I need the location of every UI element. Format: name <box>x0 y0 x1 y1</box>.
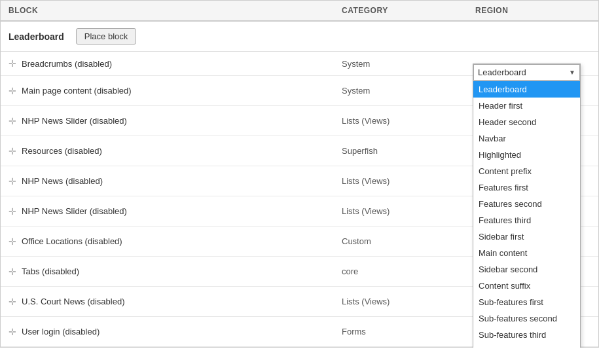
block-cell: ✛Breadcrumbs (disabled) <box>9 58 342 69</box>
table-row: ✛Breadcrumbs (disabled)SystemLeaderboard… <box>1 52 598 76</box>
drag-handle-icon[interactable]: ✛ <box>9 58 16 69</box>
block-column-header: BLOCK <box>9 6 342 15</box>
category-label: Superfish <box>342 146 473 156</box>
region-dropdown-selected: Leaderboard <box>478 67 526 77</box>
dropdown-option[interactable]: Features first <box>473 179 580 196</box>
block-name-label: User login (disabled) <box>22 327 100 337</box>
block-cell: ✛User login (disabled) <box>9 327 342 337</box>
block-name-label: Breadcrumbs (disabled) <box>22 59 112 69</box>
drag-handle-icon[interactable]: ✛ <box>9 146 16 156</box>
category-label: System <box>342 59 473 69</box>
table-header: BLOCK CATEGORY REGION <box>1 1 598 22</box>
leaderboard-label: Leaderboard <box>9 31 64 42</box>
dropdown-option[interactable]: Header first <box>473 98 580 114</box>
category-label: Lists (Views) <box>342 206 473 216</box>
drag-handle-icon[interactable]: ✛ <box>9 86 16 96</box>
dropdown-option[interactable]: Features third <box>473 212 580 228</box>
block-cell: ✛Resources (disabled) <box>9 146 342 156</box>
block-name-label: Office Locations (disabled) <box>22 236 122 246</box>
block-name-label: NHP News Slider (disabled) <box>22 206 127 216</box>
category-label: core <box>342 266 473 276</box>
dropdown-option[interactable]: Sub-features third <box>473 327 580 343</box>
category-label: System <box>342 86 473 96</box>
block-cell: ✛Main page content (disabled) <box>9 86 342 96</box>
dropdown-option[interactable]: Main content <box>473 245 580 261</box>
block-cell: ✛Tabs (disabled) <box>9 266 342 277</box>
dropdown-option[interactable]: Navbar <box>473 130 580 147</box>
block-name-label: Tabs (disabled) <box>22 266 79 276</box>
block-cell: ✛NHP News Slider (disabled) <box>9 116 342 126</box>
dropdown-option[interactable]: Sidebar second <box>473 261 580 278</box>
category-label: Lists (Views) <box>342 116 473 126</box>
drag-handle-icon[interactable]: ✛ <box>9 266 16 277</box>
dropdown-option[interactable]: Features second <box>473 196 580 212</box>
dropdown-option[interactable]: Highlighted <box>473 147 580 163</box>
region-column-header: REGION <box>473 6 590 15</box>
blocks-table: BLOCK CATEGORY REGION Leaderboard Place … <box>0 0 599 348</box>
data-rows-container: ✛Breadcrumbs (disabled)SystemLeaderboard… <box>1 52 598 347</box>
block-name-label: NHP News Slider (disabled) <box>22 116 127 126</box>
dropdown-option[interactable]: Leaderboard <box>473 81 580 98</box>
chevron-down-icon: ▼ <box>569 69 575 76</box>
block-name-label: U.S. Court News (disabled) <box>22 297 125 306</box>
category-label: Lists (Views) <box>342 297 473 306</box>
region-dropdown-header[interactable]: Leaderboard▼ <box>473 64 580 81</box>
place-block-button[interactable]: Place block <box>76 28 136 45</box>
dropdown-option[interactable]: Header second <box>473 114 580 130</box>
block-cell: ✛Office Locations (disabled) <box>9 236 342 247</box>
block-cell: ✛NHP News Slider (disabled) <box>9 206 342 217</box>
category-label: Forms <box>342 327 473 337</box>
drag-handle-icon[interactable]: ✛ <box>9 236 16 247</box>
block-cell: ✛U.S. Court News (disabled) <box>9 297 342 307</box>
category-label: Custom <box>342 236 473 246</box>
dropdown-option[interactable]: Sidebar first <box>473 228 580 245</box>
category-label: Lists (Views) <box>342 176 473 186</box>
category-column-header: CATEGORY <box>342 6 473 15</box>
block-name-label: Main page content (disabled) <box>22 86 132 96</box>
dropdown-option[interactable]: Sub-features second <box>473 310 580 327</box>
dropdown-option[interactable]: Content prefix <box>473 163 580 179</box>
drag-handle-icon[interactable]: ✛ <box>9 176 16 187</box>
block-name-label: Resources (disabled) <box>22 146 102 156</box>
drag-handle-icon[interactable]: ✛ <box>9 297 16 307</box>
drag-handle-icon[interactable]: ✛ <box>9 116 16 126</box>
block-cell: ✛NHP News (disabled) <box>9 176 342 187</box>
leaderboard-section-row: Leaderboard Place block <box>1 22 598 52</box>
dropdown-option[interactable]: Sub-features first <box>473 294 580 310</box>
block-name-label: NHP News (disabled) <box>22 176 103 186</box>
drag-handle-icon[interactable]: ✛ <box>9 206 16 217</box>
region-dropdown-list[interactable]: Leaderboard▼LeaderboardHeader firstHeade… <box>473 64 581 348</box>
drag-handle-icon[interactable]: ✛ <box>9 327 16 337</box>
dropdown-option[interactable]: Sub-features fourth <box>473 343 580 348</box>
dropdown-option[interactable]: Content suffix <box>473 278 580 294</box>
